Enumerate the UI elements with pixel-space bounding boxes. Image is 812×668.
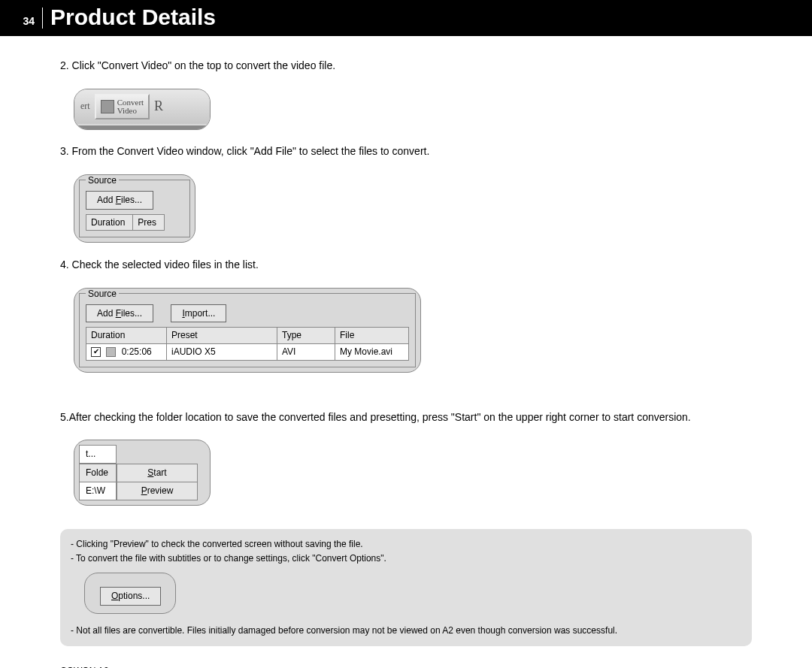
t-fragment: t... bbox=[79, 445, 117, 464]
step-5: 5.After checking the folder location to … bbox=[60, 410, 752, 425]
add-files-button-2[interactable]: Add Files... bbox=[86, 304, 153, 323]
options-button[interactable]: Options... bbox=[100, 587, 161, 606]
note-line-2: - To convert the file with subtitles or … bbox=[71, 552, 741, 565]
source-groupbox-large: Source Add Files... Import... Duration P… bbox=[79, 293, 416, 367]
source-groupbox-small: Source Add Files... Duration Pres bbox=[79, 180, 190, 238]
import-button[interactable]: Import... bbox=[171, 304, 226, 323]
screenshot-convert-toolbar: ert Convert Video R bbox=[74, 89, 211, 130]
video-file-icon bbox=[106, 347, 116, 357]
step-4: 4. Check the selected video files in the… bbox=[60, 258, 752, 273]
screenshot-source-large: Source Add Files... Import... Duration P… bbox=[74, 288, 421, 373]
note-box: - Clicking "Preview" to check the conver… bbox=[60, 529, 752, 646]
col-file: File bbox=[335, 328, 409, 344]
row-preset: iAUDIO X5 bbox=[167, 344, 277, 361]
folder-fragment: Folde bbox=[79, 464, 117, 482]
col-duration: Duration bbox=[86, 328, 167, 344]
page-number: 34 bbox=[0, 11, 35, 27]
screenshot-start-preview: t... Folde Start E:\W Preview bbox=[74, 440, 211, 505]
col-duration: Duration bbox=[86, 214, 133, 231]
page-title: Product Details bbox=[50, 5, 216, 30]
screenshot-source-small: Source Add Files... Duration Pres bbox=[74, 174, 195, 243]
header-bar: 34 Product Details bbox=[0, 0, 812, 36]
row-file: My Movie.avi bbox=[335, 344, 409, 361]
convert-video-button[interactable]: Convert Video bbox=[95, 94, 150, 119]
convert-icon bbox=[101, 100, 114, 113]
content: 2. Click "Convert Video" on the top to c… bbox=[0, 36, 812, 660]
row-duration: 0:25:06 bbox=[122, 346, 152, 357]
row-type: AVI bbox=[277, 344, 335, 361]
toolbar-left-fragment: ert bbox=[80, 100, 90, 113]
col-preset: Preset bbox=[167, 328, 277, 344]
start-button[interactable]: Start bbox=[117, 464, 198, 482]
convert-video-label: Convert Video bbox=[117, 98, 144, 115]
preview-button[interactable]: Preview bbox=[117, 482, 198, 500]
add-files-button[interactable]: Add Files... bbox=[86, 191, 153, 210]
col-type: Type bbox=[277, 328, 335, 344]
note-line-1: - Clicking "Preview" to check the conver… bbox=[71, 538, 741, 551]
row-checkbox[interactable]: ✔ bbox=[91, 347, 101, 357]
table-row[interactable]: ✔ 0:25:06 iAUDIO X5 AVI My Movie.avi bbox=[86, 344, 409, 361]
step-2: 2. Click "Convert Video" on the top to c… bbox=[60, 59, 752, 74]
col-preset-fragment: Pres bbox=[133, 214, 165, 231]
path-fragment: E:\W bbox=[79, 482, 117, 500]
step-3: 3. From the Convert Video window, click … bbox=[60, 144, 752, 159]
header-divider bbox=[42, 8, 43, 29]
toolbar-right-fragment: R bbox=[154, 97, 163, 116]
table-header-row: Duration Preset Type File bbox=[86, 328, 409, 344]
screenshot-options: Options... bbox=[84, 573, 176, 614]
source-legend: Source bbox=[86, 174, 119, 187]
source-legend-2: Source bbox=[86, 288, 119, 301]
note-line-3: - Not all files are convertible. Files i… bbox=[71, 624, 741, 637]
